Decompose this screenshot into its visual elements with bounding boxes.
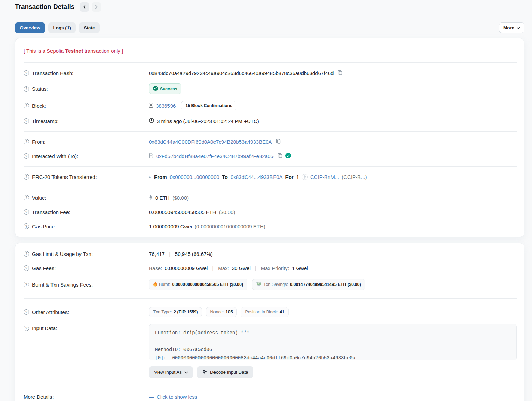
gas-max-value: 30 Gwei (232, 265, 251, 271)
position-in-block-chip: Position In Block: 41 (241, 307, 289, 317)
decode-input-data-button[interactable]: Decode Input Data (197, 366, 253, 378)
clock-icon (149, 118, 154, 124)
divider (24, 166, 517, 167)
help-icon[interactable]: ? (24, 223, 29, 229)
caret-right-icon: ▸ (149, 175, 151, 179)
gas-max-priority-value: 1 Gwei (292, 265, 308, 271)
burnt-savings-label: Burnt & Txn Savings Fees: (32, 282, 93, 288)
divider (24, 187, 517, 187)
gas-base-key: Base: (149, 265, 162, 271)
to-address-link[interactable]: 0xFd57b4ddBf88a4e07fF4e34C487b99af2Fe82a… (156, 153, 274, 159)
row-gas-price: ? Gas Price: 1.000000009 Gwei (0.0000000… (24, 219, 517, 233)
copy-from-button[interactable] (275, 139, 281, 145)
row-burnt-savings: ? Burnt & Txn Savings Fees: Burnt: 0.000… (24, 275, 517, 294)
erc20-to-address-link[interactable]: 0x83dC44...4933BE0A (231, 174, 283, 180)
tab-state[interactable]: State (79, 22, 100, 33)
nonce-value: 105 (225, 310, 233, 314)
next-transaction-button[interactable] (92, 2, 101, 12)
input-data-label: Input Data: (32, 325, 57, 331)
help-icon[interactable]: ? (24, 265, 29, 271)
txn-savings-value: 0.001477404999541495 ETH ($0.00) (290, 282, 361, 287)
help-icon[interactable]: ? (24, 326, 29, 331)
timestamp-value: 3 mins ago (Jul-06-2023 01:02:24 PM +UTC… (157, 118, 259, 124)
notice-suffix: transaction only ] (83, 48, 123, 54)
help-icon[interactable]: ? (24, 118, 29, 124)
erc20-from-word: From (154, 174, 167, 180)
txn-type-key: Txn Type: (153, 310, 172, 314)
help-icon[interactable]: ? (24, 103, 29, 108)
copy-icon (338, 70, 343, 76)
divider (24, 387, 517, 387)
row-block: ? Block: 3836596 15 Block Confirmations (24, 97, 517, 114)
txn-savings-chip: Txn Savings: 0.001477404999541495 ETH ($… (252, 279, 365, 290)
tab-logs[interactable]: Logs (1) (48, 22, 76, 33)
row-interacted-with: ? Interacted With (To): 0xFd57b4ddBf88a4… (24, 149, 517, 163)
token-logo-icon (302, 174, 308, 180)
tab-overview[interactable]: Overview (15, 22, 45, 33)
hourglass-icon (149, 103, 153, 109)
pipe-divider: | (167, 251, 172, 257)
nonce-chip: Nonce: 105 (206, 307, 237, 317)
copy-icon (276, 139, 281, 145)
status-badge: Success (149, 83, 181, 94)
help-icon[interactable]: ? (24, 251, 29, 257)
gas-price-eth: (0.000000001000000009 ETH) (195, 223, 265, 229)
row-gas-limit-usage: ? Gas Limit & Usage by Txn: 76,417 | 50,… (24, 247, 517, 261)
flame-icon (153, 281, 157, 288)
erc20-to-word: To (222, 174, 228, 180)
help-icon[interactable]: ? (24, 282, 29, 287)
copy-hash-button[interactable] (336, 70, 343, 76)
help-icon[interactable]: ? (24, 86, 29, 92)
file-contract-icon (149, 153, 153, 159)
chevron-down-icon (517, 25, 520, 30)
chevron-down-icon (184, 370, 188, 375)
row-gas-fees: ? Gas Fees: Base: 0.000000009 Gwei | Max… (24, 261, 517, 275)
help-icon[interactable]: ? (24, 153, 29, 159)
block-number-link[interactable]: 3836596 (156, 103, 176, 109)
gas-price-label: Gas Price: (32, 223, 56, 229)
chevron-left-icon (83, 5, 86, 9)
testnet-notice: [ This is a Sepolia Testnet transaction … (24, 42, 517, 59)
view-input-as-label: View Input As (154, 370, 182, 375)
burnt-value: 0.000000000000458505 ETH ($0.00) (172, 282, 243, 287)
interacted-with-label: Interacted With (To): (32, 153, 78, 159)
gas-limit-label: Gas Limit & Usage by Txn: (32, 251, 93, 257)
txn-savings-key: Txn Savings: (263, 282, 288, 287)
help-icon[interactable]: ? (24, 195, 29, 200)
view-input-as-button[interactable]: View Input As (149, 366, 193, 378)
help-icon[interactable]: ? (24, 70, 29, 76)
copy-to-button[interactable] (276, 153, 283, 159)
help-icon[interactable]: ? (24, 174, 29, 180)
help-icon[interactable]: ? (24, 209, 29, 215)
value-label: Value: (32, 195, 46, 201)
row-erc20-transfers: ? ERC-20 Tokens Transferred: ▸ From 0x00… (24, 170, 517, 184)
help-icon[interactable]: ? (24, 139, 29, 144)
from-address-link[interactable]: 0x83dC44a4C00DFf69d0A0c7c94B20b53a4933BE… (149, 139, 272, 145)
more-button-label: More (503, 25, 514, 30)
overview-card: [ This is a Sepolia Testnet transaction … (15, 38, 524, 237)
notice-prefix: [ This is a Sepolia (24, 48, 65, 54)
more-details-label: More Details: (24, 394, 54, 400)
help-icon[interactable]: ? (24, 309, 29, 315)
details-card: ? Gas Limit & Usage by Txn: 76,417 | 50,… (15, 243, 524, 401)
check-circle-icon (153, 86, 158, 92)
divider (24, 298, 517, 299)
gas-limit-value: 76,417 (149, 251, 165, 257)
position-value: 41 (280, 310, 284, 314)
row-transaction-fee: ? Transaction Fee: 0.000050945000458505 … (24, 205, 517, 219)
transaction-hash-value: 0x843dc70a4a29d79234c49a904c363d6c46640a… (149, 70, 334, 76)
burnt-key: Burnt: (159, 282, 171, 287)
row-input-data: ? Input Data: Function: drip(address tok… (24, 321, 517, 382)
erc20-from-address-link[interactable]: 0x000000...00000000 (170, 174, 219, 180)
input-data-textarea[interactable]: Function: drip(address token) *** Method… (149, 324, 517, 360)
erc20-token-link[interactable]: CCIP-BnM... (310, 174, 339, 180)
page-title: Transaction Details (15, 3, 74, 11)
transaction-details-page: Transaction Details Overview Logs (1) St… (0, 0, 532, 401)
from-label: From: (32, 139, 45, 145)
show-less-toggle[interactable]: — Click to show less (149, 394, 197, 400)
row-other-attributes: ? Other Attributes: Txn Type: 2 (EIP-155… (24, 304, 517, 321)
other-attributes-label: Other Attributes: (32, 309, 69, 315)
more-button[interactable]: More (499, 22, 524, 33)
gas-base-value: 0.000000009 Gwei (165, 265, 208, 271)
prev-transaction-button[interactable] (80, 2, 89, 12)
